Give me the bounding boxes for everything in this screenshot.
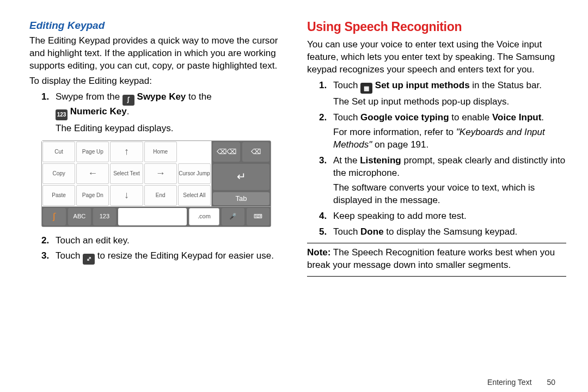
resize-icon: ⤢ bbox=[83, 254, 95, 265]
kp-pagedn: Page Dn bbox=[76, 185, 109, 206]
kp-left-arrow-icon: ← bbox=[76, 163, 109, 184]
note-divider-bottom bbox=[307, 276, 566, 277]
note: Note: The Speech Recognition feature wor… bbox=[307, 247, 566, 272]
kp-cut: Cut bbox=[42, 142, 75, 162]
kp-123: 123 bbox=[93, 208, 116, 225]
speech-intro: You can use your voice to enter text usi… bbox=[307, 39, 566, 76]
speech-step-1: Touch ▦ Set up input methods in the Stat… bbox=[307, 79, 566, 108]
input-grid-icon: ▦ bbox=[360, 83, 372, 94]
kp-select-all: Select All bbox=[178, 185, 211, 206]
kp-cursor-jump: Cursor Jump bbox=[178, 163, 211, 184]
editing-intro: The Editing Keypad provides a quick way … bbox=[29, 35, 289, 72]
kp-enter-icon: ↵ bbox=[213, 164, 270, 190]
footer-page-number: 50 bbox=[547, 378, 555, 387]
editing-keypad-illustration: Cut Page Up ↑ Home Copy ← Select Text → … bbox=[41, 140, 271, 227]
swype-icon: ʃ bbox=[122, 95, 134, 106]
editing-keypad-heading: Editing Keypad bbox=[29, 19, 289, 33]
speech-step-4: Keep speaking to add more test. bbox=[307, 210, 566, 223]
footer-section: Entering Text bbox=[487, 378, 531, 387]
editing-steps-2: Touch an edit key. Touch ⤢ to resize the… bbox=[29, 235, 289, 265]
page-footer: Entering Text 50 bbox=[487, 377, 555, 388]
display-lead: To display the Editing keypad: bbox=[29, 75, 289, 88]
speech-step-3: At the Listening prompt, speak clearly a… bbox=[307, 155, 566, 207]
speech-step-5: Touch Done to display the Samsung keypad… bbox=[307, 226, 566, 238]
kp-up-arrow-icon: ↑ bbox=[110, 142, 143, 162]
speech-step-1-result: The Set up input methods pop-up displays… bbox=[333, 96, 566, 108]
kp-keyboard-icon: ⌨ bbox=[247, 208, 270, 225]
kp-right-arrow-icon: → bbox=[144, 163, 177, 184]
kp-copy: Copy bbox=[42, 163, 75, 184]
right-column: Using Speech Recognition You can use you… bbox=[307, 19, 566, 381]
kp-backspace-icon: ⌫ bbox=[242, 142, 270, 162]
kp-space bbox=[118, 208, 187, 225]
kp-paste: Paste bbox=[42, 185, 75, 206]
kp-down-arrow-icon: ↓ bbox=[110, 185, 143, 206]
speech-steps: Touch ▦ Set up input methods in the Stat… bbox=[307, 79, 566, 238]
kp-mic-icon: 🎤 bbox=[222, 208, 244, 225]
editing-step-1-result: The Editing keypad displays. bbox=[56, 122, 289, 135]
kp-swype-icon: ʃ bbox=[43, 208, 66, 225]
note-divider-top bbox=[307, 243, 566, 243]
kp-pageup: Page Up bbox=[76, 142, 109, 162]
kp-select-text: Select Text bbox=[110, 163, 143, 184]
editing-step-2: Touch an edit key. bbox=[29, 235, 289, 247]
editing-step-1: Swype from the ʃ Swype Key to the 123 Nu… bbox=[29, 91, 289, 134]
speech-step-2: Touch Google voice typing to enable Voic… bbox=[307, 112, 566, 151]
left-column: Editing Keypad The Editing Keypad provid… bbox=[29, 19, 289, 381]
kp-tab: Tab bbox=[213, 192, 270, 205]
kp-end: End bbox=[144, 185, 177, 206]
speech-step-3-result: The software converts your voice to text… bbox=[333, 182, 566, 207]
kp-dotcom: .com bbox=[189, 208, 220, 225]
numeric-key-icon: 123 bbox=[56, 109, 68, 120]
kp-home: Home bbox=[144, 142, 177, 162]
kp-backspace-word-icon: ⌫⌫ bbox=[213, 142, 240, 162]
kp-abc: ABC bbox=[68, 208, 91, 225]
editing-steps: Swype from the ʃ Swype Key to the 123 Nu… bbox=[29, 91, 289, 134]
speech-heading: Using Speech Recognition bbox=[307, 19, 566, 35]
editing-step-3: Touch ⤢ to resize the Editing Keypad for… bbox=[29, 250, 289, 264]
